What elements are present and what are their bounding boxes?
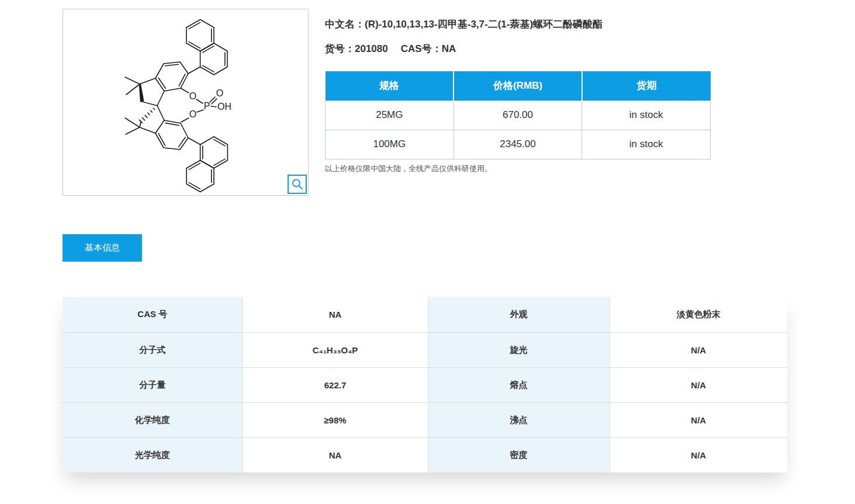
price-header-row: 规格 价格(RMB) 货期 <box>326 71 711 100</box>
info-value: N/A <box>610 332 787 367</box>
atom-label-o-double: O <box>216 88 223 98</box>
info-row: CAS 号 NA 外观 淡黄色粉末 <box>63 297 787 332</box>
info-label: 外观 <box>428 297 610 332</box>
price-table: 规格 价格(RMB) 货期 25MG 670.00 in stock 100MG… <box>325 71 711 159</box>
atom-label-oh: OH <box>217 102 231 112</box>
price-cell: 2345.00 <box>454 130 582 159</box>
price-cell: 670.00 <box>454 100 582 130</box>
magnifier-icon <box>290 178 304 192</box>
structure-image: O P O OH O <box>63 9 309 196</box>
product-title-block: 中文名：(R)-10,10,13,13-四甲基-3,7-二(1-萘基)螺环二酚磷… <box>325 18 603 55</box>
info-row: 光学纯度 NA 密度 N/A <box>63 437 787 472</box>
info-label: 熔点 <box>428 367 610 402</box>
product-meta-line: 货号：201080CAS号：NA <box>325 42 603 55</box>
price-note: 以上价格仅限中国大陆，全线产品仅供科研使用。 <box>325 164 492 174</box>
info-value: N/A <box>610 367 787 402</box>
info-label: 分子式 <box>63 332 243 367</box>
stock-cell: in stock <box>582 100 711 130</box>
stock-cell: in stock <box>582 130 711 159</box>
info-row: 分子式 C₄₁H₃₅O₄P 旋光 N/A <box>63 332 787 367</box>
cas-number: NA <box>442 43 456 54</box>
price-header-price: 价格(RMB) <box>454 71 582 100</box>
atom-label-o-bottom: O <box>189 109 196 119</box>
info-label: 化学纯度 <box>63 402 243 437</box>
product-name: (R)-10,10,13,13-四甲基-3,7-二(1-萘基)螺环二酚磷酸酯 <box>365 19 603 30</box>
tab-basic-info[interactable]: 基本信息 <box>63 234 142 262</box>
info-value: 622.7 <box>243 367 428 402</box>
catalog-number: 201080 <box>355 43 388 54</box>
info-label: 旋光 <box>428 332 610 367</box>
info-label: 光学纯度 <box>63 437 243 472</box>
info-value: ≥98% <box>243 402 428 437</box>
info-value: 淡黄色粉末 <box>610 297 787 332</box>
product-name-line: 中文名：(R)-10,10,13,13-四甲基-3,7-二(1-萘基)螺环二酚磷… <box>325 18 603 31</box>
info-value: C₄₁H₃₅O₄P <box>243 332 428 367</box>
info-value: N/A <box>610 402 787 437</box>
cas-label: CAS号： <box>401 43 442 54</box>
product-page: O P O OH O 中文名：(R)-10,10,13,13-四甲基-3,7-二… <box>0 0 855 504</box>
price-row: 100MG 2345.00 in stock <box>326 130 711 159</box>
info-value: NA <box>243 297 428 332</box>
price-header-leadtime: 货期 <box>582 71 711 100</box>
info-label: CAS 号 <box>63 297 243 332</box>
name-label: 中文名： <box>325 19 365 30</box>
info-label: 沸点 <box>428 402 610 437</box>
product-image-box: O P O OH O <box>63 9 309 196</box>
info-label: 分子量 <box>63 367 243 402</box>
price-header-spec: 规格 <box>326 71 454 100</box>
info-label: 密度 <box>428 437 610 472</box>
spec-cell: 100MG <box>326 130 454 159</box>
basic-info-table: CAS 号 NA 外观 淡黄色粉末 分子式 C₄₁H₃₅O₄P 旋光 N/A 分… <box>63 297 787 472</box>
atom-label-p: P <box>204 101 210 111</box>
basic-info-card: CAS 号 NA 外观 淡黄色粉末 分子式 C₄₁H₃₅O₄P 旋光 N/A 分… <box>63 297 787 472</box>
info-row: 化学纯度 ≥98% 沸点 N/A <box>63 402 787 437</box>
info-value: N/A <box>610 437 787 472</box>
info-row: 分子量 622.7 熔点 N/A <box>63 367 787 402</box>
catalog-label: 货号： <box>325 43 355 54</box>
spec-cell: 25MG <box>326 100 454 130</box>
zoom-button[interactable] <box>288 175 307 194</box>
price-row: 25MG 670.00 in stock <box>326 100 711 130</box>
info-value: NA <box>243 437 428 472</box>
atom-label-o-top: O <box>189 91 196 101</box>
